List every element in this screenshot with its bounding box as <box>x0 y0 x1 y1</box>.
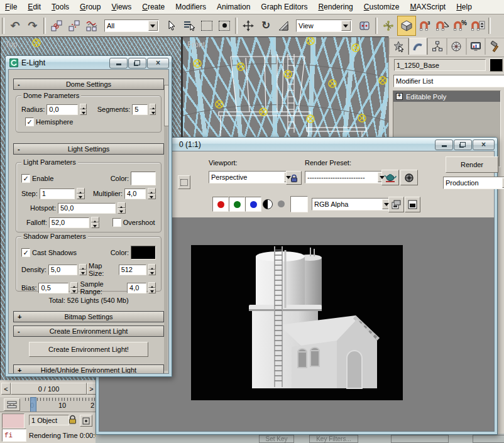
render-options-icon[interactable] <box>400 170 418 185</box>
rollout-bitmap-settings[interactable]: + Bitmap Settings <box>13 311 164 322</box>
percent-snap-icon[interactable]: % <box>451 16 469 35</box>
object-name-field[interactable]: 1_1250_Base <box>394 59 486 71</box>
clone-rendered-frame-icon[interactable] <box>388 197 404 212</box>
map-size-spinner[interactable] <box>148 264 156 275</box>
menu-customize[interactable]: Customize <box>364 3 400 11</box>
menu-tools[interactable]: Tools <box>52 3 69 11</box>
menu-graph-editors[interactable]: Graph Editors <box>261 3 307 11</box>
frame-field[interactable] <box>391 435 449 443</box>
selection-filter-dropdown[interactable]: All <box>104 19 159 32</box>
object-color-swatch[interactable] <box>490 58 503 72</box>
rollout-light-settings[interactable]: - Light Settings <box>13 143 164 155</box>
tab-modify[interactable] <box>408 38 428 55</box>
listener-macro-cell[interactable] <box>2 413 25 429</box>
snap-3d-magnet-icon[interactable]: 3 <box>416 16 434 35</box>
menu-create[interactable]: Create <box>142 3 165 11</box>
select-and-scale-icon[interactable] <box>275 16 292 35</box>
create-environment-light-button[interactable]: Create Environment Light! <box>29 342 148 357</box>
rfw-preset-dropdown[interactable]: ------------------------- <box>305 171 388 183</box>
select-by-name-icon[interactable] <box>180 16 198 35</box>
light-color-swatch[interactable] <box>131 172 156 185</box>
collapse-icon[interactable]: - <box>18 80 20 88</box>
rollout-create-environment-light[interactable]: - Create Environment Light <box>13 325 164 337</box>
track-bar[interactable]: 0 10 2 <box>0 397 96 412</box>
selection-lock-icon[interactable] <box>68 414 77 426</box>
map-size-field[interactable]: 512 <box>119 265 147 275</box>
snaps-toggle-icon[interactable] <box>397 16 416 36</box>
spinner-snap-icon[interactable] <box>469 16 486 35</box>
channel-display-dropdown[interactable]: RGB Alpha <box>312 198 393 211</box>
green-channel-icon[interactable] <box>229 197 245 212</box>
enable-checkbox[interactable]: ✓ <box>21 174 30 183</box>
hotspot-spinner[interactable] <box>118 202 126 214</box>
set-key-button[interactable]: Set Key <box>259 435 294 443</box>
reference-coordinate-dropdown[interactable]: View <box>296 19 352 32</box>
cast-shadows-checkbox[interactable]: ✓ <box>21 248 30 257</box>
select-and-manipulate-icon[interactable] <box>380 16 397 35</box>
close-button[interactable]: × <box>473 139 495 150</box>
select-and-link-icon[interactable] <box>48 16 65 35</box>
modifier-list-dropdown[interactable]: Modifier List <box>393 75 504 87</box>
red-channel-icon[interactable] <box>212 197 229 212</box>
key-filters-button[interactable]: Key Filters... <box>309 435 358 443</box>
radius-field[interactable]: 0,0 <box>47 104 78 115</box>
tab-utilities[interactable] <box>485 38 504 55</box>
radius-spinner[interactable] <box>80 104 87 115</box>
sample-range-field[interactable]: 4,0 <box>127 283 146 293</box>
falloff-field[interactable]: 52,0 <box>49 217 89 228</box>
angle-snap-icon[interactable] <box>434 16 451 35</box>
density-spinner[interactable] <box>79 264 87 275</box>
minimize-button[interactable] <box>109 58 128 68</box>
previous-frame-button[interactable]: < <box>1 383 11 395</box>
menu-file[interactable]: File <box>5 3 17 11</box>
elight-titlebar[interactable]: E-Light × <box>6 56 172 69</box>
stack-item-editable-poly[interactable]: + Editable Poly <box>393 91 500 102</box>
maxscript-mini-listener[interactable]: fi <box>2 429 26 442</box>
blue-channel-icon[interactable] <box>245 197 261 212</box>
open-mini-curve-editor-icon[interactable] <box>4 398 20 411</box>
render-mode-dropdown[interactable]: Production <box>443 177 504 189</box>
time-slider-button[interactable]: 0 / 100 <box>11 383 87 395</box>
time-controls[interactable] <box>473 435 504 443</box>
collapse-icon[interactable]: - <box>18 327 20 335</box>
expand-icon[interactable]: + <box>396 93 403 100</box>
step-spinner[interactable] <box>77 188 85 199</box>
bind-to-spacewarp-icon[interactable] <box>83 16 101 35</box>
absolute-mode-toggle-icon[interactable] <box>80 415 92 427</box>
frame-marker[interactable] <box>30 397 36 412</box>
menu-group[interactable]: Group <box>80 3 101 11</box>
minimize-button[interactable] <box>435 139 453 150</box>
step-field[interactable]: 1 <box>40 189 75 199</box>
tab-create[interactable] <box>389 38 408 55</box>
hemisphere-checkbox[interactable]: ✓ <box>25 118 34 126</box>
segments-field[interactable]: 5 <box>132 104 147 115</box>
segments-spinner[interactable] <box>150 104 156 115</box>
expand-icon[interactable]: + <box>18 313 21 320</box>
multiplier-field[interactable]: 4,0 <box>124 189 146 199</box>
menu-help[interactable]: Help <box>456 3 472 11</box>
overshoot-checkbox[interactable] <box>112 218 121 227</box>
rfw-viewport-dropdown[interactable]: Perspective <box>209 171 295 183</box>
hotspot-field[interactable]: 50,0 <box>58 203 116 214</box>
rollout-dome-settings[interactable]: - Dome Settings <box>13 79 164 90</box>
next-frame-button[interactable]: > <box>87 383 96 395</box>
redo-icon[interactable]: ↷ <box>24 16 41 35</box>
shadow-color-swatch[interactable] <box>131 246 156 260</box>
alpha-channel-icon[interactable] <box>263 199 273 209</box>
rollout-scrollbar[interactable] <box>164 85 168 371</box>
sample-range-spinner[interactable] <box>148 282 156 293</box>
menu-edit[interactable]: Edit <box>28 3 41 11</box>
menu-modifiers[interactable]: Modifiers <box>175 3 206 11</box>
use-pivot-point-center-icon[interactable] <box>356 16 373 35</box>
select-object-icon[interactable] <box>163 16 180 35</box>
tab-motion[interactable] <box>447 38 466 55</box>
density-field[interactable]: 5,0 <box>48 265 77 275</box>
background-color-swatch[interactable] <box>290 196 308 212</box>
falloff-spinner[interactable] <box>91 217 99 228</box>
monochrome-channel-icon[interactable] <box>278 200 285 207</box>
rollout-hide-unhide[interactable]: + Hide/Unhide Environment Light <box>13 364 164 374</box>
layer-display-icon[interactable] <box>405 197 420 212</box>
menu-animation[interactable]: Animation <box>217 3 250 11</box>
window-crossing-selection-icon[interactable] <box>216 16 233 35</box>
expand-icon[interactable]: + <box>18 366 21 374</box>
